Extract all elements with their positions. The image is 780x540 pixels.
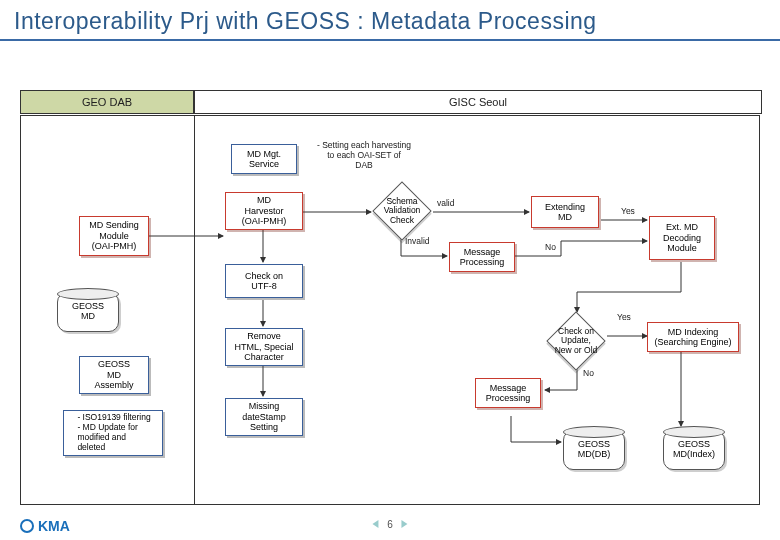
flow-arrows — [21, 116, 321, 266]
node-geoss-md-db-source: GEOSS MD — [57, 292, 119, 332]
node-geoss-md-db: GEOSS MD(DB) — [563, 430, 625, 470]
prev-icon — [372, 520, 378, 528]
node-iso-note: - ISO19139 filtering - MD Update for mod… — [63, 410, 163, 456]
node-md-harvestor: MD Harvestor (OAI-PMH) — [225, 192, 303, 230]
node-geoss-md-index: GEOSS MD(Index) — [663, 430, 725, 470]
node-md-mgt-service: MD Mgt. Service — [231, 144, 297, 174]
node-md-sending: MD Sending Module (OAI-PMH) — [79, 216, 149, 256]
node-update-check: Check on Update, New or Old — [545, 310, 607, 372]
footer-logo: KMA — [20, 518, 70, 534]
label-invalid: Invalid — [405, 236, 430, 246]
node-ext-md-decoding: Ext. MD Decoding Module — [649, 216, 715, 260]
node-geoss-md-assembly: GEOSS MD Assembly — [79, 356, 149, 394]
node-missing-datestamp: Missing dateStamp Setting — [225, 398, 303, 436]
label-no-2: No — [583, 368, 594, 378]
node-extending-md: Extending MD — [531, 196, 599, 228]
node-md-indexing: MD Indexing (Searching Engine) — [647, 322, 739, 352]
node-message-processing-1: Message Processing — [449, 242, 515, 272]
globe-icon — [20, 519, 34, 533]
label-valid: valid — [437, 198, 454, 208]
note-md-mgt: - Setting each harvesting to each OAI-SE… — [309, 140, 419, 171]
page-title: Interoperability Prj with GEOSS : Metada… — [0, 0, 780, 41]
page-number: 6 — [372, 519, 407, 530]
next-icon — [402, 520, 408, 528]
label-yes-1: Yes — [621, 206, 635, 216]
label-yes-2: Yes — [617, 312, 631, 322]
node-message-processing-2: Message Processing — [475, 378, 541, 408]
label-no-1: No — [545, 242, 556, 252]
node-schema-validation: Schema Validation Check — [371, 180, 433, 242]
diagram-frame: GEO DAB GISC Seoul MD Sending Module (O — [20, 115, 760, 505]
node-check-utf8: Check on UTF-8 — [225, 264, 303, 298]
column-header-geodab: GEO DAB — [20, 90, 194, 114]
node-remove-html: Remove HTML, Special Character — [225, 328, 303, 366]
column-header-gisc: GISC Seoul — [194, 90, 762, 114]
